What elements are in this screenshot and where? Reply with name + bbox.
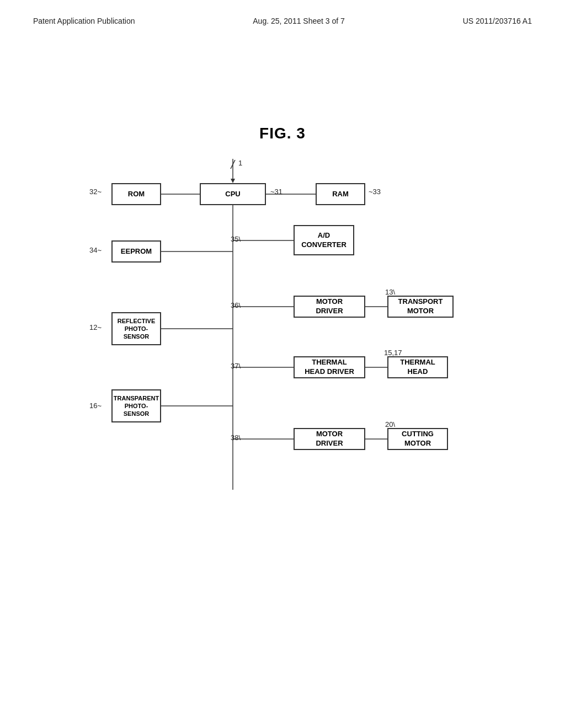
svg-marker-1 bbox=[231, 179, 235, 183]
ref-12: 12~ bbox=[89, 323, 102, 331]
ram-box: RAM bbox=[316, 183, 365, 205]
ref-15-17: 15,17 bbox=[384, 349, 402, 357]
transparent-photo-sensor-box: TRANSPARENT PHOTO- SENSOR bbox=[111, 389, 161, 422]
ref-32: 32~ bbox=[89, 188, 102, 196]
svg-line-15 bbox=[231, 160, 235, 169]
transport-motor-box: TRANSPORT MOTOR bbox=[387, 296, 454, 318]
ref-38: 38\ bbox=[231, 433, 241, 442]
diagram-lines bbox=[89, 159, 476, 545]
motor-driver2-box: MOTOR DRIVER bbox=[294, 428, 365, 450]
ad-box: A/D CONVERTER bbox=[294, 225, 354, 255]
page: Patent Application Publication Aug. 25, … bbox=[0, 0, 565, 728]
ref-31: ~31 bbox=[270, 188, 282, 196]
thermal-head-driver-box: THERMAL HEAD DRIVER bbox=[294, 356, 365, 378]
rom-box: ROM bbox=[111, 183, 161, 205]
ref-37: 37\ bbox=[231, 362, 241, 370]
ref-16: 16~ bbox=[89, 402, 102, 410]
ref-33: ~33 bbox=[369, 188, 381, 196]
thermal-head-box: THERMAL HEAD bbox=[387, 356, 448, 378]
cpu-box: CPU bbox=[200, 183, 266, 205]
header-left: Patent Application Publication bbox=[33, 17, 135, 25]
ref-1-tick bbox=[228, 160, 239, 171]
ref-34: 34~ bbox=[89, 246, 102, 254]
figure-title: FIG. 3 bbox=[33, 125, 532, 142]
ref-36: 36\ bbox=[231, 301, 241, 309]
eeprom-box: EEPROM bbox=[111, 240, 161, 263]
cutting-motor-box: CUTTING MOTOR bbox=[387, 428, 448, 450]
page-header: Patent Application Publication Aug. 25, … bbox=[33, 17, 532, 25]
header-right: US 2011/203716 A1 bbox=[463, 17, 532, 25]
ref-35: 35\ bbox=[231, 235, 241, 243]
header-center: Aug. 25, 2011 Sheet 3 of 7 bbox=[253, 17, 345, 25]
ref-13: 13\ bbox=[385, 288, 395, 296]
ref-20: 20\ bbox=[385, 420, 395, 429]
motor-driver-box: MOTOR DRIVER bbox=[294, 296, 365, 318]
block-diagram: 1 CPU ~31 ROM 32~ RAM ~33 EEPROM 34~ A/D… bbox=[89, 159, 476, 545]
reflective-photo-sensor-box: REFLECTIVE PHOTO- SENSOR bbox=[111, 312, 161, 345]
